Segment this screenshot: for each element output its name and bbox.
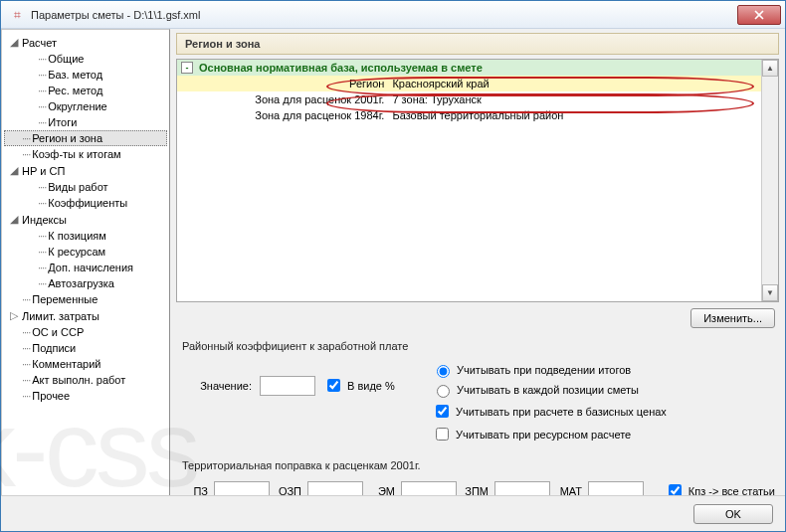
dialog-footer: OK [1,495,785,531]
sidebar-item[interactable]: ····Баз. метод [4,67,167,83]
sidebar-item[interactable]: ····Доп. начисления [4,260,167,275]
coef-value-input[interactable] [260,376,315,396]
coef-option-input[interactable] [437,385,450,398]
percent-checkbox[interactable]: В виде % [323,374,395,397]
scroll-up-button[interactable]: ▲ [762,60,778,77]
sidebar-item-label: Доп. начисления [48,262,133,273]
percent-checkbox-input[interactable] [327,379,340,392]
sidebar-item-label: Индексы [22,214,67,226]
terr-title: Территориальная поправка к расценкам 200… [170,447,785,477]
sidebar-item-label: ОС и ССР [32,326,84,338]
sidebar-item[interactable]: ····Общие [4,51,167,67]
coef-option-input[interactable] [437,365,450,378]
close-icon [754,10,764,20]
sidebar-item-label: Общие [48,53,84,65]
list-group-label: Основная нормативная база, используемая … [199,62,483,74]
sidebar-item[interactable]: ····Коэф-ты к итогам [4,146,167,162]
sidebar-item[interactable]: ◢НР и СП [4,162,167,179]
sidebar-item[interactable]: ····ОС и ССР [4,324,167,340]
coef-option-label: Учитывать при расчете в базисных ценах [456,406,667,418]
sidebar-item-label: Коэффициенты [48,197,127,209]
sidebar-item-label: Рес. метод [48,85,102,96]
coef-options: Учитывать при подведении итоговУчитывать… [432,360,775,445]
sidebar-item[interactable]: ◢Расчет [4,34,167,51]
list-row-value: Красноярский край [388,78,757,89]
dialog-window: ⌗ Параметры сметы - D:\1\1.gsf.xml ◢Расч… [0,0,786,532]
list-row-value: Базовый территориальный район [388,109,757,121]
listbox-rows: -Основная нормативная база, используемая… [177,60,761,301]
list-row[interactable]: Зона для расценок 1984г.Базовый территор… [177,107,761,123]
coef-option[interactable]: Учитывать при подведении итогов [432,360,775,380]
sidebar-item-label: Расчет [22,37,57,49]
coef-option-label: Учитывать при ресурсном расчете [456,429,631,441]
sidebar-item[interactable]: ····Комментарий [4,356,167,372]
ok-button[interactable]: OK [693,504,773,524]
scroll-down-button[interactable]: ▼ [762,284,778,301]
sidebar-item-label: Подписи [32,342,76,354]
app-icon: ⌗ [9,7,25,23]
coef-option[interactable]: Учитывать при расчете в базисных ценах [432,400,775,423]
collapse-icon[interactable]: - [181,62,193,74]
value-label: Значение: [182,380,252,392]
window-title: Параметры сметы - D:\1\1.gsf.xml [31,9,737,21]
list-row[interactable]: Зона для расценок 2001г.7 зона: Туруханс… [177,91,761,107]
percent-label: В виде % [347,380,395,392]
scrollbar[interactable]: ▲ ▼ [761,60,778,301]
sidebar-item[interactable]: ····Автозагрузка [4,275,167,291]
sidebar-item-label: Комментарий [32,358,100,370]
sidebar-item-label: Регион и зона [32,132,102,144]
list-row-label: Зона для расценок 2001г. [181,93,388,105]
sidebar-item-label: Виды работ [48,181,107,193]
sidebar-item[interactable]: ▷Лимит. затраты [4,307,167,324]
sidebar-item-label: НР и СП [22,165,65,177]
sidebar-item-label: К ресурсам [48,246,105,258]
sidebar-item[interactable]: ····Прочее [4,388,167,404]
sidebar-item-label: Акт выполн. работ [32,374,125,386]
sidebar-item-label: К позициям [48,230,106,242]
list-row-label: Зона для расценок 1984г. [181,109,388,121]
sidebar-item[interactable]: ····Коэффициенты [4,195,167,211]
list-row-label: Регион [181,78,388,89]
panel-header: Регион и зона [176,33,779,55]
sidebar-item[interactable]: ····К позициям [4,228,167,244]
sidebar-item[interactable]: ····Подписи [4,340,167,356]
sidebar-item-label: Округление [48,100,107,112]
sidebar-item-label: Баз. метод [48,69,102,81]
close-button[interactable] [737,5,781,25]
titlebar: ⌗ Параметры сметы - D:\1\1.gsf.xml [1,1,785,29]
list-group-row[interactable]: -Основная нормативная база, используемая… [177,60,761,76]
coef-title: Районный коэффициент к заработной плате [170,332,785,358]
sidebar-item[interactable]: ····Виды работ [4,179,167,195]
sidebar-item-label: Коэф-ты к итогам [32,148,120,160]
list-row[interactable]: РегионКрасноярский край [177,76,761,91]
coef-option-input[interactable] [436,428,449,441]
sidebar-item[interactable]: ····Рес. метод [4,83,167,98]
sidebar-item-label: Прочее [32,390,70,402]
list-row-value: 7 зона: Туруханск [388,93,757,105]
sidebar-item-label: Переменные [32,293,98,305]
sidebar-item-label: Лимит. затраты [22,310,99,322]
sidebar-item[interactable]: ····К ресурсам [4,244,167,260]
sidebar-item-label: Итоги [48,116,77,128]
coef-option-label: Учитывать при подведении итогов [457,364,631,376]
coef-option-label: Учитывать в каждой позиции сметы [457,384,639,396]
dialog-body: ◢Расчет····Общие····Баз. метод····Рес. м… [1,29,785,531]
change-button[interactable]: Изменить... [690,308,775,328]
content-panel: Регион и зона -Основная нормативная база… [170,29,785,531]
sidebar-item[interactable]: ····Регион и зона [4,130,167,146]
sidebar-item-label: Автозагрузка [48,277,114,289]
sidebar-item[interactable]: ····Переменные [4,291,167,307]
sidebar-item[interactable]: ◢Индексы [4,211,167,228]
coef-option[interactable]: Учитывать при ресурсном расчете [432,423,775,445]
sidebar-item[interactable]: ····Итоги [4,114,167,130]
coef-option-input[interactable] [436,405,449,418]
sidebar-tree[interactable]: ◢Расчет····Общие····Баз. метод····Рес. м… [1,29,170,531]
region-listbox[interactable]: -Основная нормативная база, используемая… [176,59,779,302]
sidebar-item[interactable]: ····Округление [4,98,167,114]
coef-option[interactable]: Учитывать в каждой позиции сметы [432,380,775,400]
sidebar-item[interactable]: ····Акт выполн. работ [4,372,167,388]
